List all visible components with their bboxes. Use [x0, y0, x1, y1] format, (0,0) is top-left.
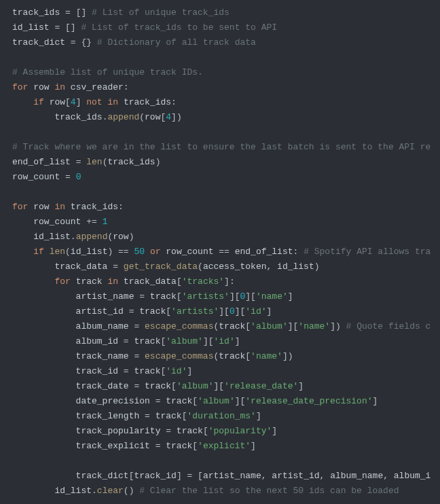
code-line[interactable]: track_date = track['album']['release_dat… — [12, 379, 440, 394]
code-token-br: [ — [65, 97, 71, 107]
code-line[interactable]: track_dict = {} # Dictionary of all trac… — [12, 35, 440, 50]
code-line[interactable]: album_name = escape_commas(track['album'… — [12, 319, 440, 334]
code-token-br: ) — [129, 232, 134, 242]
code-token-br: ][ — [288, 321, 299, 331]
code-line[interactable]: track_name = escape_commas(track['name']… — [12, 349, 440, 364]
code-token-id: id_list — [12, 486, 92, 496]
code-token-id — [12, 127, 18, 137]
code-token-br: [] — [76, 7, 92, 18]
code-line[interactable]: row_count += 1 — [12, 215, 440, 230]
code-token-br: ) — [314, 262, 320, 272]
code-line[interactable]: if len(id_list) == 50 or row_count == en… — [12, 245, 440, 259]
code-line[interactable]: # Track where we are in the list to ensu… — [12, 140, 440, 155]
code-token-cm: # Quote fields c — [346, 321, 431, 331]
code-token-id — [12, 276, 54, 287]
code-token-id: csv_reader — [71, 82, 124, 92]
code-token-str: 'name' — [251, 351, 282, 361]
code-line[interactable]: track_dict[track_id] = [artist_name, art… — [12, 469, 440, 484]
code-line[interactable]: track_data = get_track_data(access_token… — [12, 259, 440, 274]
code-line[interactable]: for row in track_ids: — [12, 200, 440, 215]
code-line[interactable]: album_id = track['album']['id'] — [12, 334, 440, 349]
code-token-p: : — [171, 97, 177, 107]
code-line[interactable]: for track in track_data['tracks']: — [12, 274, 440, 289]
code-line[interactable]: track_length = track['duration_ms'] — [12, 409, 440, 424]
code-token-id: row_count — [12, 172, 65, 182]
code-token-id: track_dict — [12, 37, 71, 48]
code-token-br: ]: — [224, 276, 235, 287]
code-token-id: row — [145, 112, 160, 122]
code-token-op: = — [155, 396, 166, 406]
code-token-op: = — [129, 306, 140, 317]
code-line[interactable] — [12, 185, 440, 200]
code-token-num: 4 — [166, 112, 171, 122]
code-line[interactable]: id_list.clear() # Clear the list so the … — [12, 484, 440, 499]
code-editor[interactable]: track_ids = [] # List of unique track_id… — [12, 5, 440, 499]
code-token-br: [ — [177, 276, 182, 287]
code-token-id: artist_name — [203, 471, 261, 481]
code-line[interactable] — [12, 454, 440, 469]
code-token-br: ( — [198, 262, 203, 272]
code-line[interactable]: id_list = [] # List of track_ids to be s… — [12, 20, 440, 35]
code-token-str: 'album' — [251, 321, 288, 331]
code-line[interactable]: # Assemble list of unique track IDs. — [12, 65, 440, 80]
code-token-br: [ — [166, 306, 171, 317]
code-line[interactable] — [12, 50, 440, 65]
code-token-op: = — [113, 262, 124, 272]
code-token-cm: # Track where we are in the list to ensu… — [12, 142, 430, 152]
code-token-id — [12, 97, 33, 107]
code-token-op: += — [86, 217, 102, 227]
code-token-id — [12, 52, 18, 62]
code-line[interactable]: for row in csv_reader: — [12, 80, 440, 95]
code-token-cm: # Clear the list so the next 50 ids can … — [139, 486, 399, 496]
code-token-p: , — [320, 471, 331, 481]
code-token-id: track_id — [134, 471, 176, 481]
code-token-id: end_of_list — [12, 157, 76, 167]
code-token-str: 'album' — [198, 396, 235, 406]
code-token-fn: append — [107, 112, 139, 122]
code-line[interactable]: date_precision = track['album']['release… — [12, 394, 440, 409]
code-line[interactable] — [12, 125, 440, 140]
code-line[interactable]: row_count = 0 — [12, 170, 440, 185]
code-token-br: [ — [177, 291, 182, 302]
code-token-cm: # Spotify API allows tra — [304, 247, 430, 257]
code-line[interactable]: track_id = track['id'] — [12, 364, 440, 379]
code-line[interactable]: artist_name = track['artists'][0]['name'… — [12, 289, 440, 304]
code-token-br: [ — [198, 471, 203, 481]
code-token-str: 'artists' — [182, 291, 230, 302]
code-token-br: ] — [177, 471, 187, 481]
code-token-id: track_explicit — [12, 441, 155, 451]
code-token-op: = — [134, 321, 145, 331]
code-token-str: 'explicit' — [198, 441, 251, 451]
code-token-id: track_id — [12, 366, 124, 376]
code-token-id: track — [139, 306, 166, 317]
code-token-id: track — [166, 441, 192, 451]
code-token-br: ] — [267, 306, 272, 317]
code-token-id: track — [219, 321, 245, 331]
code-token-p: : — [124, 82, 129, 92]
code-line[interactable]: track_ids = [] # List of unique track_id… — [12, 5, 440, 20]
code-line[interactable]: track_popularity = track['popularity'] — [12, 424, 440, 439]
code-token-kw: for — [12, 202, 33, 212]
code-token-br: [ — [171, 381, 177, 391]
code-token-id: row — [33, 82, 54, 92]
code-token-br: ]) — [330, 321, 346, 331]
code-token-cm: # Assemble list of unique track IDs. — [12, 67, 203, 77]
code-token-fn: len — [50, 247, 65, 257]
code-token-cm: # List of unique track_ids — [92, 7, 230, 18]
code-line[interactable]: end_of_list = len(track_ids) — [12, 155, 440, 170]
code-line[interactable]: track_explicit = track['explicit'] — [12, 439, 440, 454]
code-line[interactable]: if row[4] not in track_ids: — [12, 95, 440, 110]
code-token-id: row_count — [12, 217, 86, 227]
code-token-br: () — [124, 486, 139, 496]
code-token-str: 'popularity' — [208, 426, 272, 436]
code-token-br: ] — [288, 291, 293, 302]
code-token-id: track_ids — [12, 112, 103, 122]
code-token-br: ][ — [245, 291, 256, 302]
code-token-op: = — [134, 351, 145, 361]
code-line[interactable]: track_ids.append(row[4]) — [12, 110, 440, 125]
code-line[interactable]: artist_id = track['artists'][0]['id'] — [12, 304, 440, 319]
code-token-br: [ — [192, 396, 198, 406]
code-token-br: ][ — [219, 306, 230, 317]
code-token-op: = — [71, 37, 81, 48]
code-line[interactable]: id_list.append(row) — [12, 230, 440, 245]
